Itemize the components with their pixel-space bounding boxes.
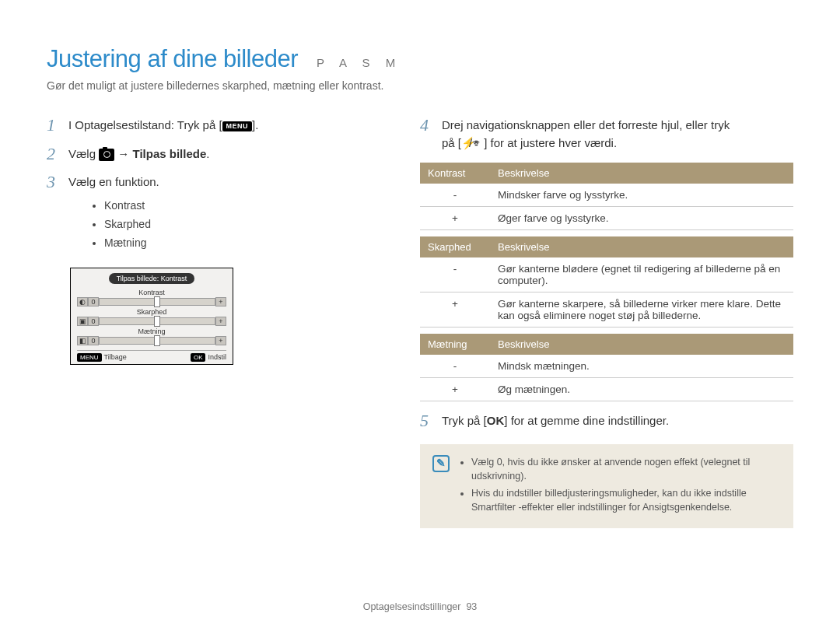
step-5: 5 Tryk på [OK] for at gemme dine indstil… <box>420 412 793 430</box>
step-5-pre: Tryk på [ <box>442 414 487 427</box>
cell-val: Gør kanterne blødere (egnet til redigeri… <box>490 257 793 292</box>
step-number: 4 <box>420 117 434 134</box>
page-subtitle: Gør det muligt at justere billedernes sk… <box>47 79 793 92</box>
cell-key: - <box>420 355 490 378</box>
table-kontrast: Kontrast Beskrivelse - Mindsker farve og… <box>420 163 793 230</box>
note-item: Hvis du indstiller billedjusteringsmulig… <box>471 486 781 514</box>
cell-val: Gør kanterne skarpere, så billederne vir… <box>490 292 793 328</box>
slider-left-val: 0 <box>88 317 99 326</box>
table-row: - Gør kanterne blødere (egnet til redige… <box>420 257 793 292</box>
cell-val: Mindsker farve og lysstyrke. <box>490 184 793 207</box>
step-3-bullets: Kontrast Skarphed Mætning <box>90 198 389 251</box>
th-beskrivelse: Beskrivelse <box>490 334 793 355</box>
note-icon: ✎ <box>432 455 450 472</box>
lcd-set-label: Indstil <box>208 353 226 361</box>
step-1: 1 I Optagelsestilstand: Tryk på [MENU]. <box>47 117 389 135</box>
step-number: 3 <box>47 173 61 191</box>
slider-kontrast: Kontrast ◐ 0 + <box>77 289 226 306</box>
slider-track <box>99 337 215 345</box>
slider-label: Kontrast <box>77 289 226 296</box>
footer-section: Optagelsesindstillinger <box>363 601 461 612</box>
cell-key: + <box>420 378 490 401</box>
cell-val: Øger farve og lysstyrke. <box>490 207 793 230</box>
step-2: 2 Vælg → Tilpas billede. <box>47 145 389 163</box>
page-footer: Optagelsesindstillinger 93 <box>0 601 840 612</box>
title-row: Justering af dine billeder P A S M <box>47 45 793 73</box>
th-beskrivelse: Beskrivelse <box>490 163 793 184</box>
camera-icon <box>99 149 114 161</box>
step-3-text: Vælg en funktion. <box>68 175 159 188</box>
lcd-back-btn: MENU <box>77 353 102 362</box>
lcd-back-label: Tilbage <box>104 353 127 361</box>
step-number: 5 <box>420 412 434 429</box>
th-maetning: Mætning <box>420 334 490 355</box>
slider-right: + <box>215 336 226 345</box>
step-2-arrow: → <box>114 147 132 160</box>
lcd-mockup: Tilpas billede: Kontrast Kontrast ◐ 0 + … <box>70 268 389 365</box>
footer-page: 93 <box>466 601 477 612</box>
table-maetning: Mætning Beskrivelse - Mindsk mætningen. … <box>420 334 793 401</box>
slider-knob <box>154 335 160 346</box>
right-column: 4 Drej navigationsknappen eller det forr… <box>420 117 793 528</box>
note-box: ✎ Vælg 0, hvis du ikke ønsker at anvende… <box>420 444 793 529</box>
lcd-footer: MENUTilbage OKIndstil <box>77 350 226 361</box>
slider-left-val: 0 <box>88 336 99 345</box>
table-row: - Mindsker farve og lysstyrke. <box>420 184 793 207</box>
slider-right: + <box>215 297 226 306</box>
slider-left-icon: ◧ <box>77 336 88 345</box>
slider-maetning: Mætning ◧ 0 + <box>77 328 226 345</box>
step-4: 4 Drej navigationsknappen eller det forr… <box>420 117 793 152</box>
step-number: 1 <box>47 117 61 134</box>
note-item: Vælg 0, hvis du ikke ønsker at anvende n… <box>471 455 781 483</box>
table-row: + Gør kanterne skarpere, så billederne v… <box>420 292 793 328</box>
step-2-post: . <box>206 147 209 160</box>
bullet-skarphed: Skarphed <box>104 216 389 233</box>
cell-key: + <box>420 292 490 328</box>
th-skarphed: Skarphed <box>420 236 490 257</box>
slider-left-icon: ◐ <box>77 297 88 306</box>
cell-val: Mindsk mætningen. <box>490 355 793 378</box>
cell-key: + <box>420 207 490 230</box>
step-4-line2-post: ] for at justere hver værdi. <box>484 136 617 149</box>
table-row: - Mindsk mætningen. <box>420 355 793 378</box>
slider-label: Mætning <box>77 328 226 335</box>
table-row: + Øger farve og lysstyrke. <box>420 207 793 230</box>
step-2-text-pre: Vælg <box>68 147 99 160</box>
bullet-kontrast: Kontrast <box>104 198 389 214</box>
page-title: Justering af dine billeder <box>47 45 298 73</box>
cell-val: Øg mætningen. <box>490 378 793 401</box>
slider-track <box>99 317 215 325</box>
table-row: + Øg mætningen. <box>420 378 793 401</box>
slider-knob <box>154 316 160 327</box>
slider-track <box>99 298 215 306</box>
bullet-maetning: Mætning <box>104 235 389 251</box>
step-1-text-pre: I Optagelsestilstand: Tryk på [ <box>68 118 222 131</box>
step-4-line1: Drej navigationsknappen eller det forres… <box>442 118 730 131</box>
slider-knob <box>154 296 160 307</box>
slider-left-val: 0 <box>88 297 99 306</box>
step-4-line2-pre: på [ <box>442 136 461 149</box>
table-skarphed: Skarphed Beskrivelse - Gør kanterne blød… <box>420 236 793 328</box>
step-5-post: ] for at gemme dine indstillinger. <box>504 414 669 427</box>
menu-icon: MENU <box>222 121 253 131</box>
cell-key: - <box>420 184 490 207</box>
mode-indicator: P A S M <box>317 56 401 69</box>
step-1-text-post: ]. <box>252 118 258 131</box>
step-3: 3 Vælg en funktion. Kontrast Skarphed Mæ… <box>47 173 389 254</box>
lcd-title: Tilpas billede: Kontrast <box>109 273 195 284</box>
slider-skarphed: Skarphed ▣ 0 + <box>77 308 226 326</box>
slider-right: + <box>215 317 226 326</box>
flash-icon: ⚡ <box>461 135 469 152</box>
content-columns: 1 I Optagelsestilstand: Tryk på [MENU]. … <box>47 117 793 528</box>
lcd-set-btn: OK <box>191 353 206 362</box>
cell-key: - <box>420 257 490 292</box>
step-number: 2 <box>47 145 61 163</box>
ok-icon: OK <box>487 414 505 427</box>
wifi-icon: ᯤ <box>472 135 484 152</box>
note-list: Vælg 0, hvis du ikke ønsker at anvende n… <box>471 455 781 518</box>
th-beskrivelse: Beskrivelse <box>490 236 793 257</box>
slider-label: Skarphed <box>77 308 226 316</box>
th-kontrast: Kontrast <box>420 163 490 184</box>
left-column: 1 I Optagelsestilstand: Tryk på [MENU]. … <box>47 117 389 528</box>
step-2-bold: Tilpas billede <box>133 147 207 160</box>
